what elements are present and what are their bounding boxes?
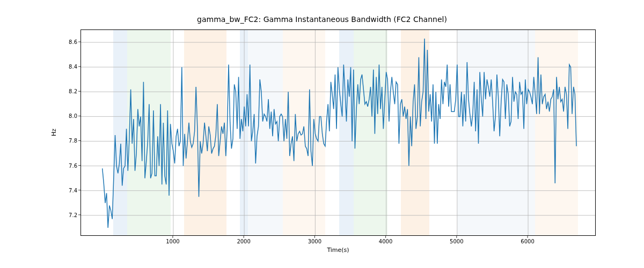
x-tick-label: 5000 — [450, 239, 463, 244]
y-tick-label: 7.8 — [56, 138, 77, 144]
x-tick-label: 1000 — [166, 239, 179, 244]
y-tick-label: 8.6 — [56, 39, 77, 45]
x-tick-label: 4000 — [379, 239, 392, 244]
y-tick-label: 8.0 — [56, 113, 77, 119]
y-tick-label: 8.2 — [56, 88, 77, 94]
x-tick-label: 3000 — [308, 239, 321, 244]
chart-title: gamma_bw_FC2: Gamma Instantaneous Bandwi… — [0, 15, 644, 24]
series-layer — [81, 30, 596, 236]
plot-axes — [80, 29, 596, 236]
gamma-bw-fc2-line — [103, 39, 576, 228]
x-tick-label: 2000 — [237, 239, 250, 244]
y-tick-label: 7.2 — [56, 212, 77, 218]
y-tick-label: 7.6 — [56, 162, 77, 168]
y-axis-label: Hz — [50, 129, 57, 136]
x-axis-label: Time(s) — [327, 247, 349, 254]
y-tick-label: 8.4 — [56, 64, 77, 70]
figure: gamma_bw_FC2: Gamma Instantaneous Bandwi… — [0, 0, 644, 268]
x-tick-label: 6000 — [521, 239, 534, 244]
y-tick-label: 7.4 — [56, 187, 77, 193]
